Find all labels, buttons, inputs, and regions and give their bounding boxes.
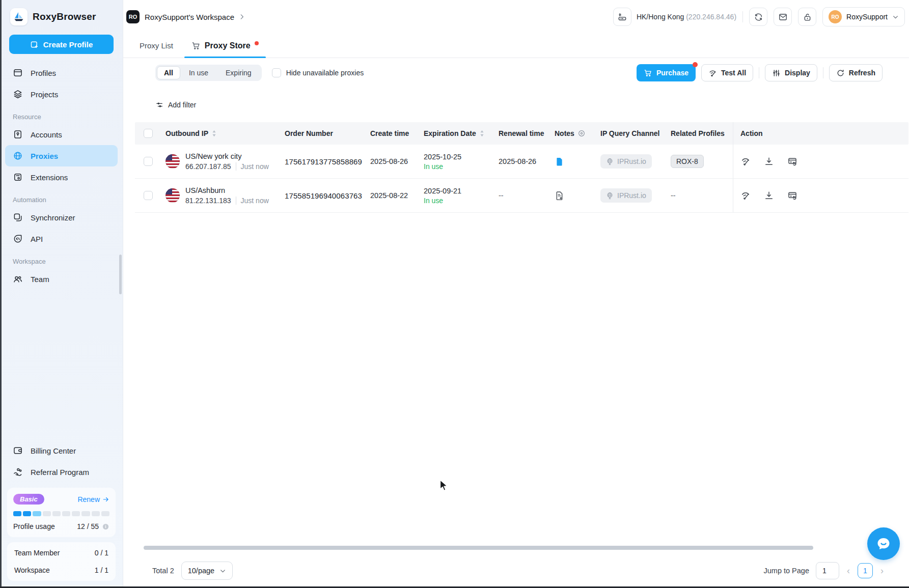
table-header: Outbound IP Order Number Create time Exp… [135,122,908,145]
table-row[interactable]: US/New york city 66.207.187.85 Just now … [135,145,908,179]
col-notes: Notes [555,129,600,137]
next-page-chevron[interactable]: › [879,566,885,576]
sync-icon [754,12,763,22]
table-empty-area [123,213,909,588]
sidebar-item-team[interactable]: Team [5,268,118,290]
note-add-icon[interactable] [555,191,564,201]
tab-proxy-list[interactable]: Proxy List [140,34,173,58]
accounts-icon [13,129,23,139]
team-icon [13,274,23,284]
col-create-time: Create time [370,129,424,137]
order-number: 175585196940063763 [285,191,370,200]
create-profile-icon [30,40,39,49]
sidebar: RoxyBrowser Create Profile Profiles Proj… [0,0,123,588]
segment-in-use[interactable]: In use [180,66,217,79]
col-expiration-date[interactable]: Expiration Date [424,129,499,137]
workspace-stats-card: Team Member 0 / 1 Workspace 1 / 1 [7,542,116,581]
page-1-button[interactable]: 1 [858,563,873,578]
sidebar-item-api[interactable]: API [5,228,118,249]
projects-icon [13,89,23,99]
row-checkbox[interactable] [144,157,153,166]
chevron-right-icon[interactable] [238,13,245,20]
sidebar-item-referral-program[interactable]: Referral Program [5,461,118,483]
segment-all[interactable]: All [157,66,180,79]
renew-card-action-icon[interactable] [787,156,797,166]
ip-query-channel-pill[interactable]: IPRust.io [600,188,652,203]
filter-row: All In use Expiring Hide unavailable pro… [123,58,909,88]
test-speed-action-icon[interactable] [740,156,751,166]
test-all-button[interactable]: Test All [701,64,753,81]
horizontal-scrollbar[interactable] [144,546,813,550]
divider [742,11,743,22]
download-action-icon[interactable] [764,190,774,201]
sidebar-item-profiles[interactable]: Profiles [5,62,118,83]
mail-button[interactable] [774,8,792,26]
topbar: RO RoxySupport's Workspace HK/Hong Kong … [123,0,909,34]
eye-toggle-icon[interactable] [577,129,586,137]
order-number: 175617913775858869 [285,157,370,166]
col-order-number: Order Number [285,129,370,137]
sidebar-item-synchronizer[interactable]: Synchronizer [5,207,118,228]
create-time: 2025-08-26 [370,157,424,165]
sort-icon[interactable] [479,130,485,137]
mouse-cursor [439,480,451,492]
col-related-profiles: Related Profiles [671,129,733,137]
ip-query-channel-pill[interactable]: IPRust.io [600,154,652,169]
roxybrowser-logo-icon [10,8,27,25]
sidebar-item-projects[interactable]: Projects [5,83,118,105]
prev-page-chevron[interactable]: ‹ [846,566,851,576]
tab-proxy-store[interactable]: Proxy Store [184,34,266,58]
unlock-icon [803,12,812,22]
related-profile-tag[interactable]: ROX-8 [671,155,704,168]
segment-expiring[interactable]: Expiring [217,66,260,79]
tabs-row: Proxy List Proxy Store [123,34,909,58]
section-resource: Resource [5,105,118,124]
page-size-select[interactable]: 10/page [181,562,233,580]
expiration-date: 2025-09-21 [424,187,461,195]
chevron-down-icon [219,568,226,574]
network-router-button[interactable] [613,8,631,26]
sidebar-scrollbar[interactable] [119,255,122,294]
refresh-button[interactable]: Refresh [829,64,883,81]
chat-bubble-icon [875,536,892,552]
sort-icon[interactable] [211,130,217,137]
lock-button[interactable] [798,8,816,26]
table-row[interactable]: US/Ashburn 81.22.131.183 Just now 175585… [135,179,908,213]
renew-card-action-icon[interactable] [787,190,797,201]
jump-to-page-input[interactable] [816,562,839,579]
sidebar-item-billing-center[interactable]: Billing Center [5,440,118,461]
divider [823,67,823,78]
renew-link[interactable]: Renew [77,495,109,503]
user-name: RoxySupport [846,13,888,21]
sidebar-item-proxies[interactable]: Proxies [5,145,118,166]
select-all-checkbox[interactable] [144,129,153,138]
purchase-button[interactable]: Purchase [637,64,696,81]
us-flag-icon [166,188,180,203]
divider [759,67,759,78]
hide-unavailable-checkbox[interactable] [272,68,281,77]
workspace-name[interactable]: RoxySupport's Workspace [145,13,234,21]
section-workspace: Workspace [5,249,118,268]
user-menu[interactable]: RO RoxySupport [822,7,905,26]
proxy-ip: 81.22.131.183 [185,197,231,205]
sync-button[interactable] [749,8,767,26]
support-chat-button[interactable] [867,527,900,560]
purchase-cart-icon [644,69,652,77]
sidebar-item-extensions[interactable]: Extensions [5,166,118,188]
window-edge [0,0,2,588]
sidebar-item-accounts[interactable]: Accounts [5,124,118,145]
row-checkbox[interactable] [144,191,153,200]
profile-usage-progressbar [13,511,109,516]
test-speed-action-icon[interactable] [740,190,751,201]
download-action-icon[interactable] [764,156,774,166]
proxy-latency: Just now [236,162,269,171]
plan-card: Basic Renew Profile usage 12 / 55 [7,488,116,537]
display-button[interactable]: Display [765,64,817,81]
proxy-ip: 66.207.187.85 [185,162,231,171]
note-filled-icon[interactable] [555,157,564,166]
router-icon [617,12,627,22]
create-profile-button[interactable]: Create Profile [9,35,114,54]
sliders-icon [772,69,781,77]
add-filter-button[interactable]: Add filter [155,101,196,109]
col-outbound-ip[interactable]: Outbound IP [166,129,285,137]
